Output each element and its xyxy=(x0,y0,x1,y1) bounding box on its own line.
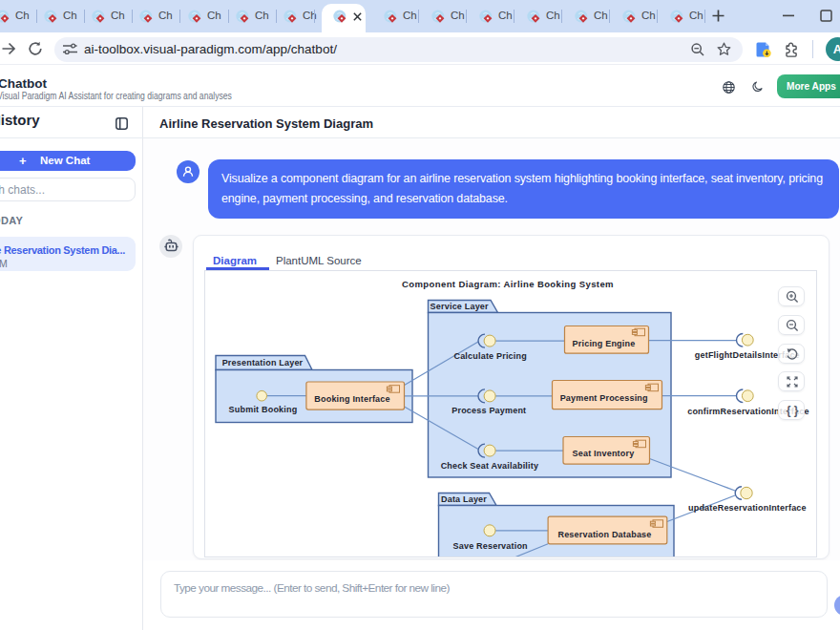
svg-text:Payment Processing: Payment Processing xyxy=(560,393,648,403)
svg-text:Save Reservation: Save Reservation xyxy=(453,541,528,551)
svg-text:Component Diagram: Airline Boo: Component Diagram: Airline Booking Syste… xyxy=(402,279,614,289)
svg-text:Pricing Engine: Pricing Engine xyxy=(573,339,636,348)
svg-text:Seat Inventory: Seat Inventory xyxy=(573,449,635,458)
svg-text:updateReservationInterface: updateReservationInterface xyxy=(688,503,807,513)
svg-text:Calculate Pricing: Calculate Pricing xyxy=(453,351,526,361)
svg-text:Booking Interface: Booking Interface xyxy=(314,394,389,404)
svg-text:Service Layer: Service Layer xyxy=(430,302,489,311)
svg-text:Reservation Database: Reservation Database xyxy=(557,530,651,539)
svg-text:Submit Booking: Submit Booking xyxy=(229,405,298,414)
svg-text:Data Layer: Data Layer xyxy=(441,494,487,504)
svg-text:{ }: { } xyxy=(786,404,798,417)
svg-text:Process Payment: Process Payment xyxy=(452,406,526,415)
svg-text:Check Seat Availability: Check Seat Availability xyxy=(441,461,538,471)
svg-text:Presentation Layer: Presentation Layer xyxy=(222,358,304,368)
